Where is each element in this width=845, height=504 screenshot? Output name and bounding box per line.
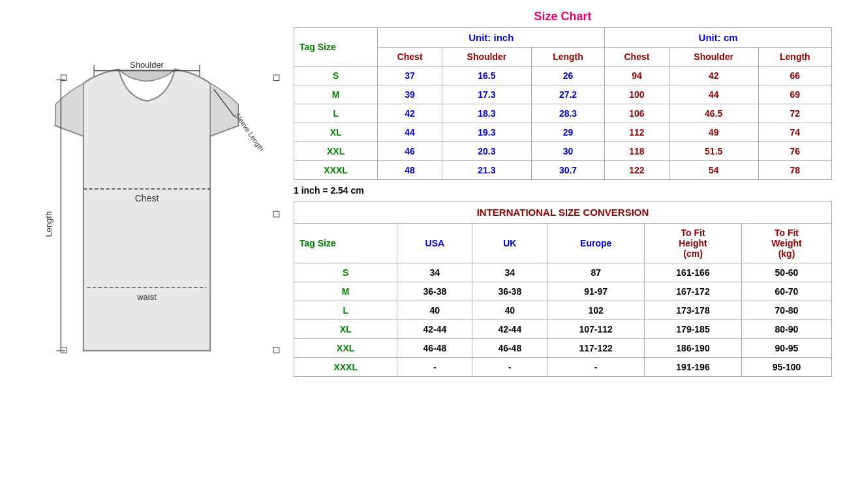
intl-usa-cell: 40 [397, 301, 472, 320]
cm-length-cell: 69 [758, 85, 831, 104]
intl-tag-cell: M [294, 282, 397, 301]
inch-chest-cell: 42 [378, 104, 442, 123]
inch-length-cell: 26 [531, 67, 604, 85]
cm-chest-cell: 122 [605, 161, 669, 180]
cm-length-cell: 78 [758, 161, 831, 180]
intl-height-cell: 161-166 [645, 263, 742, 282]
intl-weight-cell: 95-100 [741, 358, 831, 377]
intl-uk-header: UK [472, 224, 547, 263]
intl-uk-cell: 36-38 [472, 282, 547, 301]
table-row: XXXL 48 21.3 30.7 122 54 78 [294, 161, 832, 180]
cm-shoulder-cell: 49 [669, 123, 758, 142]
inch-shoulder-cell: 21.3 [442, 161, 531, 180]
intl-usa-cell: 34 [397, 263, 472, 282]
intl-height-header: To FitHeight(cm) [645, 224, 742, 263]
inch-chest-cell: 37 [378, 67, 442, 85]
cm-shoulder-cell: 51.5 [669, 142, 758, 161]
cm-shoulder-header: Shoulder [669, 48, 758, 67]
cm-length-cell: 74 [758, 123, 831, 142]
inch-chest-header: Chest [378, 48, 442, 67]
intl-uk-cell: 40 [472, 301, 547, 320]
intl-weight-cell: 90-95 [741, 339, 831, 358]
inch-shoulder-cell: 20.3 [442, 142, 531, 161]
svg-rect-15 [61, 347, 67, 353]
svg-rect-18 [273, 347, 279, 353]
intl-usa-cell: 42-44 [397, 320, 472, 339]
svg-text:Sleeve Length: Sleeve Length [234, 111, 266, 153]
intl-height-cell: 186-190 [645, 339, 742, 358]
table-row: XXL 46-48 46-48 117-122 186-190 90-95 [294, 339, 832, 358]
intl-europe-cell: 117-122 [547, 339, 645, 358]
cm-chest-header: Chest [605, 48, 669, 67]
intl-usa-cell: 36-38 [397, 282, 472, 301]
conversion-note: 1 inch = 2.54 cm [294, 185, 832, 196]
svg-rect-17 [273, 211, 279, 217]
intl-europe-cell: 102 [547, 301, 645, 320]
intl-europe-cell: - [547, 358, 645, 377]
tag-size-cell: M [294, 85, 378, 104]
inch-shoulder-header: Shoulder [442, 48, 531, 67]
svg-rect-16 [273, 75, 279, 81]
intl-height-cell: 173-178 [645, 301, 742, 320]
svg-text:waist: waist [136, 292, 157, 302]
unit-inch-header: Unit: inch [378, 28, 605, 48]
intl-weight-cell: 50-60 [741, 263, 831, 282]
intl-tag-cell: XL [294, 320, 397, 339]
svg-text:Chest: Chest [135, 193, 159, 203]
intl-usa-header: USA [397, 224, 472, 263]
table-row: XXXL - - - 191-196 95-100 [294, 358, 832, 377]
table-row: M 39 17.3 27.2 100 44 69 [294, 85, 832, 104]
table-row: L 42 18.3 28.3 106 46.5 72 [294, 104, 832, 123]
intl-weight-cell: 80-90 [741, 320, 831, 339]
intl-uk-cell: - [472, 358, 547, 377]
intl-weight-cell: 70-80 [741, 301, 831, 320]
intl-tag-cell: XXXL [294, 358, 397, 377]
inch-chest-cell: 48 [378, 161, 442, 180]
intl-weight-cell: 60-70 [741, 282, 831, 301]
intl-conversion-table: Tag Size USA UK Europe To FitHeight(cm) … [294, 223, 832, 377]
cm-chest-cell: 94 [605, 67, 669, 85]
inch-shoulder-cell: 17.3 [442, 85, 531, 104]
inch-shoulder-cell: 18.3 [442, 104, 531, 123]
intl-tag-cell: S [294, 263, 397, 282]
size-chart-table: Tag Size Unit: inch Unit: cm Chest Shoul… [294, 27, 832, 180]
intl-europe-cell: 107-112 [547, 320, 645, 339]
intl-europe-cell: 87 [547, 263, 645, 282]
cm-length-cell: 66 [758, 67, 831, 85]
cm-length-cell: 72 [758, 104, 831, 123]
intl-height-cell: 179-185 [645, 320, 742, 339]
inch-shoulder-cell: 16.5 [442, 67, 531, 85]
inch-length-cell: 29 [531, 123, 604, 142]
cm-chest-cell: 118 [605, 142, 669, 161]
intl-usa-cell: 46-48 [397, 339, 472, 358]
intl-tag-cell: L [294, 301, 397, 320]
table-row: XL 44 19.3 29 112 49 74 [294, 123, 832, 142]
inch-length-header: Length [531, 48, 604, 67]
table-row: L 40 40 102 173-178 70-80 [294, 301, 832, 320]
table-row: M 36-38 36-38 91-97 167-172 60-70 [294, 282, 832, 301]
table-row: S 34 34 87 161-166 50-60 [294, 263, 832, 282]
intl-uk-cell: 46-48 [472, 339, 547, 358]
cm-length-cell: 76 [758, 142, 831, 161]
tag-size-cell: S [294, 67, 378, 85]
cm-shoulder-cell: 42 [669, 67, 758, 85]
intl-height-cell: 167-172 [645, 282, 742, 301]
svg-text:Length: Length [44, 211, 54, 237]
table-row: XXL 46 20.3 30 118 51.5 76 [294, 142, 832, 161]
inch-chest-cell: 39 [378, 85, 442, 104]
intl-weight-header: To FitWeight(kg) [741, 224, 831, 263]
table-row: XL 42-44 42-44 107-112 179-185 80-90 [294, 320, 832, 339]
size-chart-title: Size Chart [294, 10, 832, 23]
intl-usa-cell: - [397, 358, 472, 377]
tshirt-diagram: Shoulder Sleeve Length Chest Length wais… [13, 13, 281, 407]
intl-uk-cell: 42-44 [472, 320, 547, 339]
table-row: S 37 16.5 26 94 42 66 [294, 67, 832, 85]
inch-length-cell: 28.3 [531, 104, 604, 123]
intl-uk-cell: 34 [472, 263, 547, 282]
cm-chest-cell: 106 [605, 104, 669, 123]
tag-size-cell: L [294, 104, 378, 123]
inch-shoulder-cell: 19.3 [442, 123, 531, 142]
tag-size-cell: XXL [294, 142, 378, 161]
inch-length-cell: 30 [531, 142, 604, 161]
svg-text:Shoulder: Shoulder [130, 60, 164, 70]
